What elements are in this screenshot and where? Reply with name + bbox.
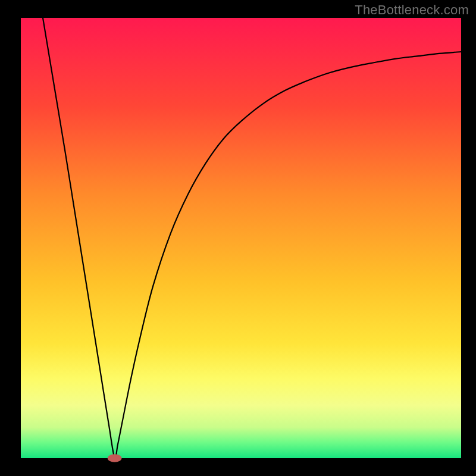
minimum-marker — [108, 454, 122, 462]
bottleneck-chart — [0, 0, 476, 476]
chart-frame: TheBottleneck.com — [0, 0, 476, 476]
plot-background — [21, 18, 461, 458]
attribution-text: TheBottleneck.com — [355, 2, 469, 18]
